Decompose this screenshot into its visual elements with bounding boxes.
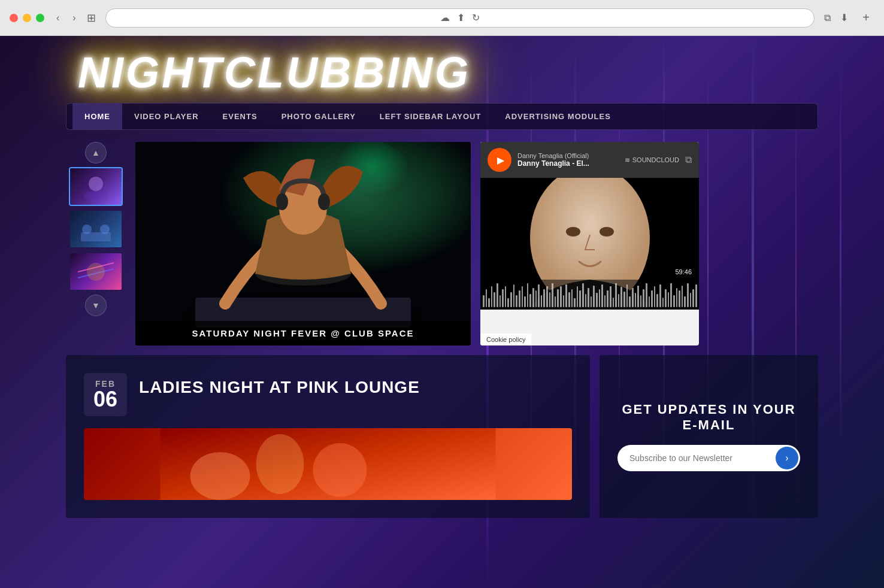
gallery-thumb-3[interactable] — [69, 252, 123, 291]
site-header: NIGHTCLUBBING — [0, 36, 884, 103]
cloud-icon: ☁ — [440, 12, 450, 23]
nav-item-video-player[interactable]: VIDEO PLAYER — [122, 104, 211, 129]
gallery-thumbnails: ▲ — [66, 142, 126, 345]
add-tab-button[interactable]: + — [858, 8, 874, 27]
gallery-up-button[interactable]: ▲ — [85, 142, 107, 163]
event-panel: FEB 06 LADIES NIGHT AT PINK LOUNGE — [66, 355, 590, 518]
soundcloud-logo-text: SOUNDCLOUD — [632, 156, 679, 163]
maximize-button[interactable] — [36, 14, 44, 22]
svg-point-22 — [566, 227, 580, 237]
newsletter-panel: GET UPDATES IN YOUR E-MAIL › — [600, 355, 818, 518]
thumbnail-image-2 — [70, 211, 122, 247]
event-day: 06 — [93, 389, 117, 410]
soundcloud-header: ▶ Danny Tenaglia (Official) Danny Tenagl… — [480, 142, 699, 178]
thumbnail-image-3 — [70, 253, 122, 290]
nav-item-home[interactable]: HOME — [72, 104, 122, 129]
cookie-policy-link[interactable]: Cookie policy — [480, 334, 531, 345]
newsletter-submit-button[interactable]: › — [776, 447, 798, 469]
soundcloud-track: Danny Tenaglia - El... — [517, 159, 619, 168]
nav-item-photo-gallery[interactable]: PHOTO GALLERY — [270, 104, 368, 129]
gallery-down-button[interactable]: ▼ — [85, 295, 107, 316]
newsletter-email-input[interactable] — [617, 445, 774, 471]
gallery-thumb-2[interactable] — [69, 210, 123, 248]
svg-point-5 — [82, 225, 92, 234]
share-icon: ⬆ — [457, 12, 465, 23]
svg-point-17 — [276, 193, 288, 210]
newsletter-form[interactable]: › — [617, 445, 800, 471]
minimize-button[interactable] — [23, 14, 31, 22]
main-content-area: ▲ — [66, 142, 818, 345]
reload-icon: ↻ — [472, 12, 480, 23]
thumbnail-image-1 — [70, 168, 122, 205]
svg-point-25 — [190, 452, 250, 500]
browser-chrome: ‹ › ⊞ ☁ ⬆ ↻ ⧉ ⬇ + — [0, 0, 884, 36]
download-button[interactable]: ⬇ — [838, 10, 850, 26]
soundcloud-artist: Danny Tenaglia (Official) — [517, 152, 619, 159]
main-featured-image: SATURDAY NIGHT FEVER @ CLUB SPACE — [135, 142, 471, 345]
svg-point-2 — [89, 177, 103, 191]
site-logo: NIGHTCLUBBING — [78, 48, 806, 97]
svg-point-1 — [84, 191, 108, 201]
sidebar-toggle-button[interactable]: ⊞ — [84, 9, 98, 27]
event-header: FEB 06 LADIES NIGHT AT PINK LOUNGE — [84, 373, 572, 416]
nav-item-advertising[interactable]: ADVERTISING MODULES — [493, 104, 622, 129]
soundcloud-track-info: Danny Tenaglia (Official) Danny Tenaglia… — [517, 152, 619, 168]
soundcloud-time: 59:46 — [673, 267, 694, 277]
up-arrow-icon: ▲ — [92, 148, 100, 157]
down-arrow-icon: ▼ — [92, 301, 100, 310]
svg-point-10 — [87, 263, 105, 281]
soundcloud-artist-image: 59:46 — [480, 178, 699, 310]
event-title: LADIES NIGHT AT PINK LOUNGE — [139, 373, 420, 397]
svg-point-6 — [100, 225, 110, 234]
nav-item-events[interactable]: EVENTS — [211, 104, 270, 129]
main-navigation: HOME VIDEO PLAYER EVENTS PHOTO GALLERY L… — [66, 103, 818, 130]
soundcloud-play-button[interactable]: ▶ — [488, 148, 511, 172]
soundcloud-waveform — [480, 280, 699, 310]
browser-action-buttons: ⧉ ⬇ — [822, 10, 850, 26]
arrow-icon: › — [785, 453, 788, 463]
image-caption: SATURDAY NIGHT FEVER @ CLUB SPACE — [135, 321, 471, 345]
gallery-thumb-1[interactable] — [69, 167, 123, 206]
forward-button[interactable]: › — [68, 9, 80, 27]
address-bar[interactable]: ☁ ⬆ ↻ — [105, 8, 815, 28]
close-button[interactable] — [10, 14, 18, 22]
soundcloud-external-link[interactable]: ⧉ — [685, 154, 692, 165]
duplicate-tab-button[interactable]: ⧉ — [822, 10, 833, 26]
play-icon: ▶ — [497, 154, 504, 166]
svg-point-26 — [256, 434, 304, 494]
svg-point-18 — [318, 193, 330, 210]
nav-item-left-sidebar[interactable]: LEFT SIDEBAR LAYOUT — [368, 104, 493, 129]
soundcloud-widget[interactable]: ▶ Danny Tenaglia (Official) Danny Tenagl… — [480, 142, 699, 345]
window-controls — [10, 14, 44, 22]
website-content: NIGHTCLUBBING HOME VIDEO PLAYER EVENTS P… — [0, 36, 884, 588]
bottom-section: FEB 06 LADIES NIGHT AT PINK LOUNGE — [66, 355, 818, 518]
browser-navigation: ‹ › ⊞ — [52, 9, 98, 27]
soundcloud-logo: ≋ SOUNDCLOUD — [625, 156, 679, 164]
soundcloud-logo-icon: ≋ — [625, 156, 630, 164]
svg-point-23 — [600, 227, 614, 237]
event-date-badge: FEB 06 — [84, 373, 127, 416]
newsletter-title: GET UPDATES IN YOUR E-MAIL — [617, 402, 800, 433]
event-image — [84, 428, 572, 500]
featured-image-bg — [135, 142, 471, 345]
svg-point-27 — [313, 443, 367, 497]
back-button[interactable]: ‹ — [52, 9, 64, 27]
